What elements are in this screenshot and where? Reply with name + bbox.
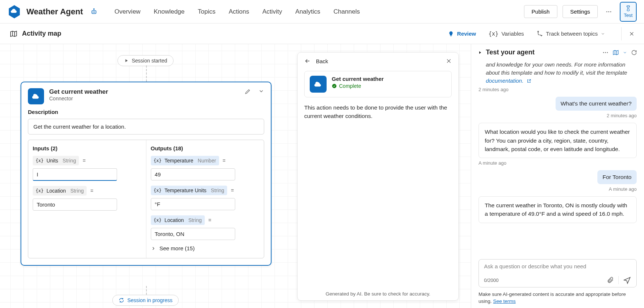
nav-topics[interactable]: Topics [198, 8, 215, 15]
output-location-value[interactable]: Toronto, ON [151, 228, 235, 240]
close-icon [446, 58, 452, 64]
map-icon [612, 49, 619, 56]
svg-rect-1 [92, 10, 96, 13]
detail-close-button[interactable] [446, 58, 452, 64]
outputs-column: Outputs (18) {x} Temperature Number = 49… [146, 140, 264, 258]
svg-rect-8 [450, 36, 451, 36]
test-panel-dropdown[interactable] [623, 50, 627, 55]
documentation-link[interactable]: documentation. [486, 78, 524, 84]
description-box[interactable]: Get the current weather for a location. [28, 119, 264, 135]
back-button[interactable] [304, 58, 311, 64]
publish-button[interactable]: Publish [524, 5, 557, 18]
svg-point-15 [607, 52, 608, 53]
inputs-column: Inputs (2) {x} Units String = I {x} [28, 140, 146, 258]
node-title: Get current weather [49, 88, 108, 96]
header-actions: Publish Settings Test [524, 2, 637, 22]
nav-overview[interactable]: Overview [114, 8, 141, 15]
see-more-label: See more (15) [160, 245, 195, 251]
review-button[interactable]: Review [448, 31, 476, 37]
weather-icon [310, 76, 327, 93]
detail-card: Back Get current weather Complete This a [297, 52, 459, 301]
variable-icon: {x} [36, 188, 44, 193]
output-temp-chip[interactable]: {x} Temperature Number [151, 156, 219, 165]
pencil-icon [244, 88, 251, 95]
close-button[interactable] [621, 27, 634, 40]
play-icon [124, 58, 129, 63]
more-menu-button[interactable] [603, 6, 615, 18]
chevron-down-icon [258, 88, 264, 94]
timestamp: A minute ago [479, 186, 637, 192]
nav-activity[interactable]: Activity [262, 8, 282, 15]
output-temp-type: Number [198, 158, 216, 164]
bot-icon[interactable] [90, 8, 98, 15]
session-started-pill[interactable]: Session started [117, 55, 174, 66]
input-location-value[interactable]: Toronto [33, 198, 117, 211]
caret-right-icon [478, 50, 482, 55]
brand: Weather Agent [7, 5, 98, 19]
chat-input[interactable]: Ask a question or describe what you need… [479, 259, 637, 287]
detail-title: Get current weather [332, 76, 384, 82]
input-units-chip[interactable]: {x} Units String [33, 156, 79, 165]
edit-button[interactable] [244, 88, 251, 95]
send-icon [623, 276, 631, 284]
close-icon [629, 31, 634, 37]
variable-icon: {x} [154, 218, 162, 223]
chat-input-placeholder: Ask a question or describe what you need [484, 263, 631, 269]
brand-icon [7, 5, 21, 19]
collapse-button[interactable] [258, 88, 264, 95]
nav-actions[interactable]: Actions [229, 8, 249, 15]
test-panel-title: Test your agent [486, 49, 535, 56]
canvas[interactable]: Session started Get current weather Conn… [0, 44, 471, 308]
input-location-type: String [70, 188, 84, 194]
user-message: For Toronto [597, 170, 637, 184]
user-message: What's the current weather? [556, 97, 637, 111]
nav-channels[interactable]: Channels [334, 8, 360, 15]
test-panel-map[interactable] [612, 49, 619, 56]
check-circle-icon [332, 83, 337, 89]
output-tempunits-name: Temperature Units [164, 187, 206, 193]
chevron-down-icon [623, 50, 627, 55]
attach-button[interactable] [602, 276, 614, 284]
see-more-button[interactable]: See more (15) [151, 245, 260, 251]
disclaimer: Make sure AI-generated content is accura… [471, 291, 644, 305]
toolbar-actions: Review {x} Variables Track between topic… [448, 27, 634, 40]
outputs-heading: Outputs (18) [151, 145, 260, 151]
test-button[interactable]: Test [620, 2, 637, 22]
settings-button[interactable]: Settings [563, 5, 598, 18]
session-started-label: Session started [132, 58, 167, 64]
output-tempunits-value[interactable]: °F [151, 198, 235, 210]
collapse-test-panel[interactable] [478, 50, 482, 55]
input-units-value[interactable]: I [33, 168, 117, 181]
output-location-name: Location [164, 217, 184, 223]
test-panel-refresh[interactable] [631, 49, 637, 56]
description-label: Description [21, 109, 271, 115]
session-progress-pill[interactable]: Session in progress [112, 295, 179, 306]
svg-point-13 [603, 52, 604, 53]
review-label: Review [457, 31, 476, 37]
see-terms-link[interactable]: See terms [493, 298, 516, 304]
output-temp-value[interactable]: 49 [151, 168, 235, 180]
inputs-heading: Inputs (2) [33, 145, 142, 151]
test-panel-more[interactable] [602, 49, 609, 56]
top-nav: Overview Knowledge Topics Actions Activi… [114, 8, 360, 15]
weather-node-card[interactable]: Get current weather Connector Descriptio… [21, 82, 272, 266]
variables-button[interactable]: {x} Variables [488, 31, 524, 37]
variable-icon: {x} [36, 158, 44, 163]
input-location-chip[interactable]: {x} Location String [33, 186, 87, 196]
svg-point-6 [608, 11, 610, 12]
output-tempunits-chip[interactable]: {x} Temperature Units String [151, 186, 228, 195]
toolbar-title-label: Activity map [22, 30, 61, 37]
nav-knowledge[interactable]: Knowledge [154, 8, 185, 15]
output-location-type: String [188, 217, 202, 223]
track-topics-button[interactable]: Track between topics [536, 31, 605, 37]
chat-scroll[interactable]: and knowledge for your own needs. For mo… [471, 59, 644, 256]
svg-point-3 [93, 12, 94, 12]
send-button[interactable] [618, 276, 631, 284]
nav-analytics[interactable]: Analytics [295, 8, 320, 15]
timestamp: 2 minutes ago [479, 113, 637, 118]
input-units-name: Units [47, 158, 58, 164]
node-subtitle: Connector [49, 96, 108, 101]
paperclip-icon [607, 276, 614, 284]
output-location-chip[interactable]: {x} Location String [151, 215, 205, 225]
variable-icon: {x} [154, 158, 162, 163]
